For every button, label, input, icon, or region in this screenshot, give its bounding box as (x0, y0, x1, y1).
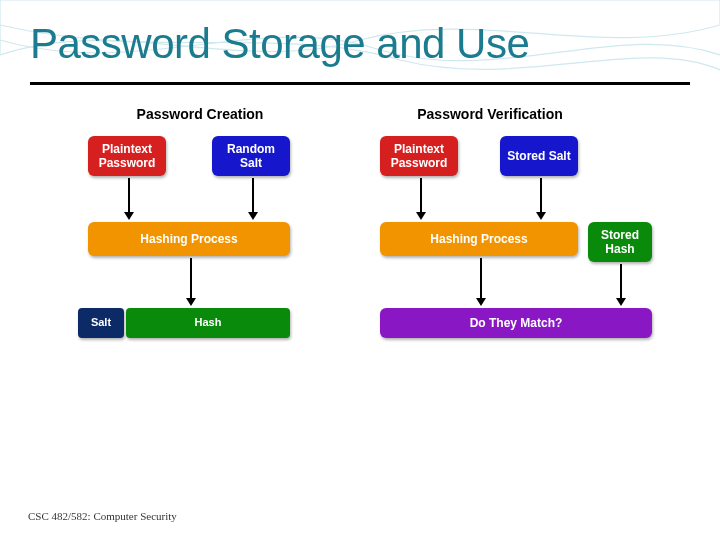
arrow-storedhash-to-match (616, 264, 626, 306)
title-underline (30, 82, 690, 85)
heading-verification: Password Verification (400, 106, 580, 122)
box-stored-salt: Stored Salt (500, 136, 578, 176)
box-hashing-process-2: Hashing Process (380, 222, 578, 256)
arrow-plaintext1-to-hashing1 (124, 178, 134, 220)
box-salt-output: Salt (78, 308, 124, 338)
box-plaintext-password-1: Plaintext Password (88, 136, 166, 176)
box-stored-hash: Stored Hash (588, 222, 652, 262)
box-random-salt: Random Salt (212, 136, 290, 176)
box-hashing-process-1: Hashing Process (88, 222, 290, 256)
arrow-hashing2-to-match (476, 258, 486, 306)
arrow-randomsalt-to-hashing1 (248, 178, 258, 220)
arrow-plaintext2-to-hashing2 (416, 178, 426, 220)
slide-root: Password Storage and Use Password Creati… (0, 0, 720, 540)
diagram-container: Password Creation Password Verification … (70, 100, 650, 450)
box-plaintext-password-2: Plaintext Password (380, 136, 458, 176)
arrow-hashing1-to-output (186, 258, 196, 306)
slide-title: Password Storage and Use (30, 20, 529, 68)
slide-footer: CSC 482/582: Computer Security (28, 510, 177, 522)
heading-creation: Password Creation (110, 106, 290, 122)
box-do-they-match: Do They Match? (380, 308, 652, 338)
box-hash-output: Hash (126, 308, 290, 338)
arrow-storedsalt-to-hashing2 (536, 178, 546, 220)
